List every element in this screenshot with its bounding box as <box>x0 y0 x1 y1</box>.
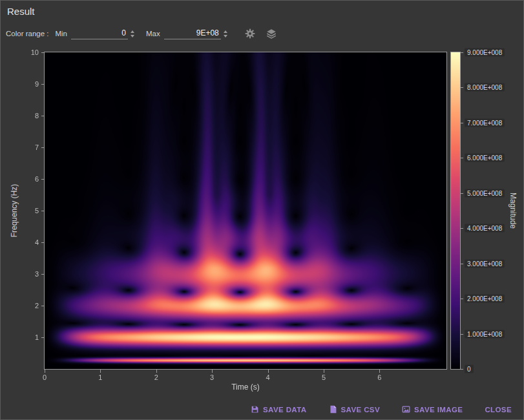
y-tick-label: 2 <box>35 302 39 310</box>
file-icon <box>329 405 337 414</box>
result-dialog: Result Color range : Min Max <box>0 0 524 420</box>
x-tick-label: 1 <box>98 373 102 381</box>
save-csv-button[interactable]: SAVE CSV <box>329 405 381 414</box>
footer-actions: SAVE DATA SAVE CSV SAVE IMAGE CLO <box>251 405 512 414</box>
y-tick-label: 10 <box>31 48 39 56</box>
colorbar-tick-mark <box>461 123 463 123</box>
min-spin-down-icon[interactable] <box>131 35 134 37</box>
color-range-label: Color range : <box>6 30 48 37</box>
x-tick-mark <box>45 370 45 373</box>
x-tick-label: 2 <box>154 373 158 381</box>
max-spin-down-icon[interactable] <box>224 35 227 37</box>
x-tick-mark <box>156 370 157 373</box>
gear-icon <box>244 28 256 39</box>
colorbar-tick-mark <box>461 299 463 299</box>
y-tick-label: 6 <box>35 175 39 183</box>
x-tick-label: 6 <box>377 373 381 381</box>
min-spin-up-icon[interactable] <box>131 30 134 33</box>
y-axis-title: Frequency (Hz) <box>10 184 19 238</box>
image-icon <box>402 405 410 414</box>
y-tick-label: 3 <box>35 270 39 278</box>
colorbar-tick-mark <box>461 52 463 53</box>
x-tick-mark <box>212 370 213 373</box>
x-tick-mark <box>324 370 324 373</box>
colorbar-tick-mark <box>461 158 463 158</box>
save-csv-label: SAVE CSV <box>341 406 381 414</box>
save-data-button[interactable]: SAVE DATA <box>251 405 307 414</box>
colorbar-tick-mark <box>461 264 463 264</box>
save-image-button[interactable]: SAVE IMAGE <box>402 405 463 414</box>
colorbar-tick-label: 0 <box>465 365 474 373</box>
x-tick-mark <box>379 370 380 373</box>
spectrogram-heatmap <box>45 52 446 369</box>
x-tick-label: 0 <box>43 373 47 381</box>
x-tick-label: 5 <box>322 373 326 381</box>
colorbar-gradient <box>451 52 460 369</box>
y-tick-label: 1 <box>35 333 39 341</box>
y-tick-label: 7 <box>35 143 39 151</box>
y-tick-label: 5 <box>35 207 39 215</box>
y-tick-label: 9 <box>35 80 39 88</box>
colorbar-tick-label: 8.000E+008 <box>465 83 505 92</box>
colorbar-tick-label: 4.000E+008 <box>465 224 505 233</box>
close-button[interactable]: CLOSE <box>485 406 512 414</box>
settings-gear-button[interactable] <box>244 28 256 39</box>
x-tick-mark <box>100 370 101 373</box>
y-tick-label: 4 <box>35 238 39 246</box>
max-input[interactable] <box>164 28 221 39</box>
dialog-title: Result <box>7 6 35 17</box>
colorbar-tick-label: 6.000E+008 <box>465 154 505 162</box>
max-spinner <box>224 30 227 37</box>
x-tick-label: 3 <box>210 373 214 381</box>
layers-icon <box>266 28 277 39</box>
y-tick-label: 8 <box>35 112 39 120</box>
colorbar-tick-mark <box>461 193 463 194</box>
x-tick-mark <box>268 370 269 373</box>
colorbar-tick-label: 9.000E+008 <box>465 48 505 57</box>
floppy-icon <box>251 405 259 414</box>
colorbar-tick-label: 1.000E+008 <box>465 330 505 338</box>
x-tick-label: 4 <box>266 373 269 381</box>
max-label: Max <box>146 30 160 37</box>
colorbar-tick-label: 3.000E+008 <box>465 259 505 268</box>
min-input[interactable] <box>71 28 128 39</box>
colorbar-tick-mark <box>461 228 463 229</box>
min-spinner <box>131 30 134 37</box>
save-data-label: SAVE DATA <box>263 406 307 414</box>
colorbar-tick-label: 7.000E+008 <box>465 118 505 127</box>
x-axis-title: Time (s) <box>231 383 260 392</box>
colorbar-tick-mark <box>461 369 463 370</box>
close-label: CLOSE <box>485 406 512 414</box>
colorbar-tick-label: 5.000E+008 <box>465 189 505 197</box>
colorbar-tick-mark <box>461 87 463 88</box>
color-range-toolbar: Color range : Min Max <box>6 28 277 39</box>
min-label: Min <box>55 30 67 37</box>
layers-button[interactable] <box>266 28 277 39</box>
colorbar-tick-label: 2.000E+008 <box>465 295 505 303</box>
save-image-label: SAVE IMAGE <box>414 406 463 414</box>
colorbar-title: Magnitude <box>508 193 518 229</box>
max-spin-up-icon[interactable] <box>224 30 227 33</box>
colorbar-tick-mark <box>461 334 463 335</box>
